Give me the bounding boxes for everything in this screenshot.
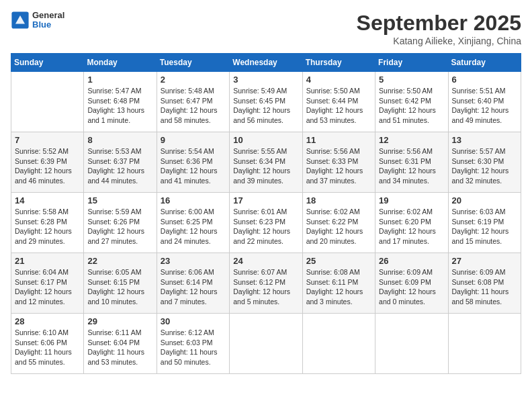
- calendar-day-cell: 3Sunrise: 5:49 AM Sunset: 6:45 PM Daylig…: [230, 72, 302, 132]
- page-header: General Blue September 2025 Katang Ailie…: [11, 11, 521, 46]
- calendar-day-cell: 30Sunrise: 6:12 AM Sunset: 6:03 PM Dayli…: [157, 314, 229, 374]
- calendar-week-row: 21Sunrise: 6:04 AM Sunset: 6:17 PM Dayli…: [11, 253, 521, 314]
- calendar-day-cell: 7Sunrise: 5:52 AM Sunset: 6:39 PM Daylig…: [11, 132, 84, 193]
- calendar-day-cell: 26Sunrise: 6:09 AM Sunset: 6:09 PM Dayli…: [375, 253, 448, 314]
- calendar-week-row: 1Sunrise: 5:47 AM Sunset: 6:48 PM Daylig…: [11, 72, 521, 132]
- day-info: Sunrise: 6:01 AM Sunset: 6:23 PM Dayligh…: [233, 207, 298, 246]
- calendar-day-cell: [448, 314, 521, 374]
- logo-text: General Blue: [32, 11, 64, 30]
- day-of-week-header: Tuesday: [157, 54, 229, 72]
- day-number: 10: [233, 135, 298, 145]
- day-number: 29: [87, 316, 152, 326]
- day-number: 2: [161, 75, 226, 85]
- title-block: September 2025 Katang Ailieke, Xinjiang,…: [357, 11, 521, 46]
- calendar-day-cell: 6Sunrise: 5:51 AM Sunset: 6:40 PM Daylig…: [448, 72, 521, 132]
- day-info: Sunrise: 5:58 AM Sunset: 6:28 PM Dayligh…: [15, 207, 80, 246]
- calendar-day-cell: 2Sunrise: 5:48 AM Sunset: 6:47 PM Daylig…: [157, 72, 229, 132]
- day-number: 16: [161, 195, 226, 205]
- day-info: Sunrise: 6:07 AM Sunset: 6:12 PM Dayligh…: [233, 267, 298, 307]
- day-info: Sunrise: 6:02 AM Sunset: 6:22 PM Dayligh…: [306, 207, 371, 246]
- day-info: Sunrise: 6:08 AM Sunset: 6:11 PM Dayligh…: [306, 267, 371, 307]
- calendar-day-cell: 24Sunrise: 6:07 AM Sunset: 6:12 PM Dayli…: [230, 253, 302, 314]
- day-info: Sunrise: 6:02 AM Sunset: 6:20 PM Dayligh…: [379, 207, 444, 246]
- location: Katang Ailieke, Xinjiang, China: [357, 36, 521, 46]
- month-title: September 2025: [357, 11, 521, 36]
- calendar-day-cell: [11, 72, 84, 132]
- day-info: Sunrise: 5:54 AM Sunset: 6:36 PM Dayligh…: [161, 146, 226, 186]
- logo: General Blue: [11, 11, 64, 30]
- calendar-day-cell: 19Sunrise: 6:02 AM Sunset: 6:20 PM Dayli…: [375, 193, 448, 253]
- calendar-day-cell: 25Sunrise: 6:08 AM Sunset: 6:11 PM Dayli…: [302, 253, 375, 314]
- calendar-week-row: 14Sunrise: 5:58 AM Sunset: 6:28 PM Dayli…: [11, 193, 521, 253]
- calendar-day-cell: 13Sunrise: 5:57 AM Sunset: 6:30 PM Dayli…: [448, 132, 521, 193]
- day-number: 20: [452, 195, 517, 205]
- calendar-day-cell: 15Sunrise: 5:59 AM Sunset: 6:26 PM Dayli…: [84, 193, 157, 253]
- calendar-day-cell: 23Sunrise: 6:06 AM Sunset: 6:14 PM Dayli…: [157, 253, 229, 314]
- logo-blue: Blue: [32, 20, 64, 30]
- calendar-week-row: 28Sunrise: 6:10 AM Sunset: 6:06 PM Dayli…: [11, 314, 521, 374]
- day-info: Sunrise: 5:55 AM Sunset: 6:34 PM Dayligh…: [233, 146, 298, 186]
- day-number: 3: [233, 75, 298, 85]
- day-number: 5: [379, 75, 444, 85]
- day-number: 30: [161, 316, 226, 326]
- day-number: 15: [87, 195, 152, 205]
- calendar-day-cell: 17Sunrise: 6:01 AM Sunset: 6:23 PM Dayli…: [230, 193, 302, 253]
- calendar-day-cell: [230, 314, 302, 374]
- day-info: Sunrise: 5:48 AM Sunset: 6:47 PM Dayligh…: [161, 86, 226, 126]
- calendar-day-cell: 8Sunrise: 5:53 AM Sunset: 6:37 PM Daylig…: [84, 132, 157, 193]
- day-info: Sunrise: 6:10 AM Sunset: 6:06 PM Dayligh…: [15, 328, 80, 367]
- day-info: Sunrise: 6:09 AM Sunset: 6:09 PM Dayligh…: [379, 267, 444, 307]
- calendar-day-cell: 16Sunrise: 6:00 AM Sunset: 6:25 PM Dayli…: [157, 193, 229, 253]
- calendar-day-cell: 20Sunrise: 6:03 AM Sunset: 6:19 PM Dayli…: [448, 193, 521, 253]
- day-info: Sunrise: 5:51 AM Sunset: 6:40 PM Dayligh…: [452, 86, 517, 126]
- day-number: 21: [15, 256, 80, 266]
- day-number: 24: [233, 256, 298, 266]
- day-number: 12: [379, 135, 444, 145]
- day-info: Sunrise: 6:06 AM Sunset: 6:14 PM Dayligh…: [161, 267, 226, 307]
- day-number: 25: [306, 256, 371, 266]
- day-info: Sunrise: 6:12 AM Sunset: 6:03 PM Dayligh…: [161, 328, 226, 367]
- calendar-day-cell: 11Sunrise: 5:56 AM Sunset: 6:33 PM Dayli…: [302, 132, 375, 193]
- logo-general: General: [32, 11, 64, 20]
- calendar-day-cell: 5Sunrise: 5:50 AM Sunset: 6:42 PM Daylig…: [375, 72, 448, 132]
- day-number: 9: [161, 135, 226, 145]
- calendar-day-cell: 14Sunrise: 5:58 AM Sunset: 6:28 PM Dayli…: [11, 193, 84, 253]
- day-info: Sunrise: 6:03 AM Sunset: 6:19 PM Dayligh…: [452, 207, 517, 246]
- day-info: Sunrise: 5:47 AM Sunset: 6:48 PM Dayligh…: [87, 86, 152, 126]
- calendar-week-row: 7Sunrise: 5:52 AM Sunset: 6:39 PM Daylig…: [11, 132, 521, 193]
- calendar-day-cell: 10Sunrise: 5:55 AM Sunset: 6:34 PM Dayli…: [230, 132, 302, 193]
- day-number: 8: [87, 135, 152, 145]
- day-number: 1: [87, 75, 152, 85]
- day-info: Sunrise: 5:49 AM Sunset: 6:45 PM Dayligh…: [233, 86, 298, 126]
- day-number: 22: [87, 256, 152, 266]
- logo-icon: [11, 11, 30, 30]
- day-info: Sunrise: 6:04 AM Sunset: 6:17 PM Dayligh…: [15, 267, 80, 307]
- day-info: Sunrise: 6:11 AM Sunset: 6:04 PM Dayligh…: [87, 328, 152, 367]
- day-number: 7: [15, 135, 80, 145]
- calendar-day-cell: 9Sunrise: 5:54 AM Sunset: 6:36 PM Daylig…: [157, 132, 229, 193]
- calendar-day-cell: 27Sunrise: 6:09 AM Sunset: 6:08 PM Dayli…: [448, 253, 521, 314]
- calendar-day-cell: [375, 314, 448, 374]
- day-number: 14: [15, 195, 80, 205]
- day-info: Sunrise: 5:59 AM Sunset: 6:26 PM Dayligh…: [87, 207, 152, 246]
- day-number: 27: [452, 256, 517, 266]
- calendar-day-cell: 18Sunrise: 6:02 AM Sunset: 6:22 PM Dayli…: [302, 193, 375, 253]
- day-info: Sunrise: 5:56 AM Sunset: 6:33 PM Dayligh…: [306, 146, 371, 186]
- day-info: Sunrise: 5:52 AM Sunset: 6:39 PM Dayligh…: [15, 146, 80, 186]
- day-number: 4: [306, 75, 371, 85]
- calendar-table: SundayMondayTuesdayWednesdayThursdayFrid…: [11, 53, 521, 374]
- day-of-week-header: Wednesday: [230, 54, 302, 72]
- day-of-week-header: Monday: [84, 54, 157, 72]
- day-number: 18: [306, 195, 371, 205]
- calendar-day-cell: 21Sunrise: 6:04 AM Sunset: 6:17 PM Dayli…: [11, 253, 84, 314]
- calendar-day-cell: 28Sunrise: 6:10 AM Sunset: 6:06 PM Dayli…: [11, 314, 84, 374]
- day-number: 17: [233, 195, 298, 205]
- day-info: Sunrise: 6:09 AM Sunset: 6:08 PM Dayligh…: [452, 267, 517, 307]
- day-number: 11: [306, 135, 371, 145]
- calendar-day-cell: 4Sunrise: 5:50 AM Sunset: 6:44 PM Daylig…: [302, 72, 375, 132]
- calendar-header-row: SundayMondayTuesdayWednesdayThursdayFrid…: [11, 54, 521, 72]
- day-number: 23: [161, 256, 226, 266]
- calendar-day-cell: 29Sunrise: 6:11 AM Sunset: 6:04 PM Dayli…: [84, 314, 157, 374]
- day-info: Sunrise: 5:50 AM Sunset: 6:42 PM Dayligh…: [379, 86, 444, 126]
- day-info: Sunrise: 5:57 AM Sunset: 6:30 PM Dayligh…: [452, 146, 517, 186]
